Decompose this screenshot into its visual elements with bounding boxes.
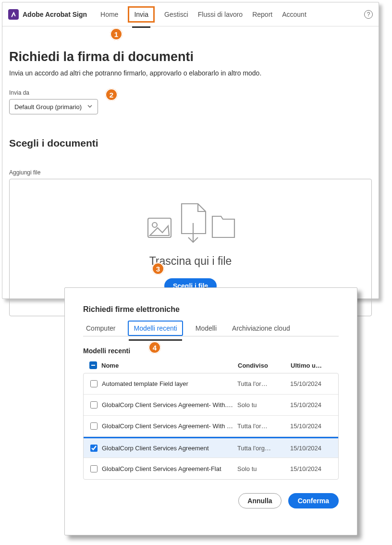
row-shared: Tutta l'org… <box>237 445 290 452</box>
table-row[interactable]: GlobalCorp Client Services Agreement-Fla… <box>84 458 338 479</box>
callout-3: 3 <box>152 262 164 275</box>
send-from-select[interactable]: Default Group (primario) <box>9 99 98 114</box>
row-checkbox[interactable] <box>90 380 98 387</box>
nav-invia[interactable]: Invia <box>128 6 155 23</box>
table-row[interactable]: GlobalCorp Client Services Agreement- Wi… <box>84 416 338 437</box>
template-list: Automated template Field layerTutta l'or… <box>83 373 339 480</box>
top-nav: Adobe Acrobat Sign Home Invia Gestisci F… <box>2 2 379 26</box>
row-name: GlobalCorp Client Services Agreement <box>102 445 237 452</box>
cancel-button[interactable]: Annulla <box>238 493 281 508</box>
nav-account[interactable]: Account <box>282 11 306 18</box>
brand-name: Adobe Acrobat Sign <box>23 11 87 18</box>
chevron-down-icon <box>87 103 93 111</box>
tab-cloud-storage[interactable]: Archiviazione cloud <box>229 321 293 336</box>
section-title: Scegli i documenti <box>9 137 372 149</box>
row-shared: Tutta l'or… <box>237 380 290 387</box>
table-row[interactable]: GlobalCorp Client Services AgreementTutt… <box>84 437 338 458</box>
col-date-header[interactable]: Ultimo u… <box>291 362 337 369</box>
app-logo-icon <box>8 9 19 20</box>
file-picker-modal: Richiedi firme elettroniche Computer Mod… <box>64 287 357 535</box>
nav-flussi[interactable]: Flussi di lavoro <box>198 11 243 18</box>
svg-point-1 <box>152 223 157 227</box>
tab-recent-templates[interactable]: Modelli recenti <box>128 321 183 336</box>
row-name: GlobalCorp Client Services Agreement- Wi… <box>102 422 237 430</box>
confirm-button[interactable]: Conferma <box>288 493 339 508</box>
help-icon[interactable]: ? <box>364 10 373 19</box>
table-header: Nome Condiviso Ultimo u… <box>83 359 339 371</box>
row-name: GlobalCorp Client Services Agreement-Fla… <box>102 465 237 472</box>
modal-section-title: Modelli recenti <box>83 347 339 355</box>
tab-computer[interactable]: Computer <box>83 321 118 336</box>
row-shared: Tutta l'or… <box>237 422 290 430</box>
row-date: 15/10/2024 <box>290 422 336 430</box>
send-from-label: Invia da <box>9 89 372 96</box>
tab-templates[interactable]: Modelli <box>193 321 220 336</box>
row-date: 15/10/2024 <box>290 380 336 387</box>
row-name: Automated template Field layer <box>102 380 237 387</box>
row-date: 15/10/2024 <box>290 401 336 409</box>
nav-home[interactable]: Home <box>100 11 118 18</box>
callout-4: 4 <box>148 341 161 354</box>
row-date: 15/10/2024 <box>290 445 336 452</box>
modal-tabs: Computer Modelli recenti Modelli Archivi… <box>83 321 339 336</box>
row-shared: Solo tu <box>237 465 290 472</box>
row-date: 15/10/2024 <box>290 465 336 472</box>
table-row[interactable]: GlobalCorp Client Services Agreement- Wi… <box>84 395 338 416</box>
row-checkbox[interactable] <box>90 445 98 452</box>
modal-title: Richiedi firme elettroniche <box>83 305 339 314</box>
page-title: Richiedi la firma di documenti <box>9 50 372 64</box>
page-subtitle: Invia un accordo ad altri che potranno f… <box>9 69 372 77</box>
callout-2: 2 <box>105 88 118 101</box>
col-shared-header[interactable]: Condiviso <box>238 362 291 369</box>
table-row[interactable]: Automated template Field layerTutta l'or… <box>84 373 338 395</box>
dropzone-illustration-icon <box>145 202 236 246</box>
select-all-checkbox[interactable] <box>89 361 97 369</box>
send-from-value: Default Group (primario) <box>14 103 82 111</box>
col-name-header[interactable]: Nome <box>101 362 238 369</box>
row-checkbox[interactable] <box>90 465 98 472</box>
row-checkbox[interactable] <box>90 401 98 409</box>
row-name: GlobalCorp Client Services Agreement- Wi… <box>102 401 237 409</box>
callout-1: 1 <box>110 28 122 40</box>
nav-report[interactable]: Report <box>252 11 272 18</box>
add-files-label: Aggiungi file <box>9 169 372 176</box>
row-checkbox[interactable] <box>90 422 98 430</box>
nav-gestisci[interactable]: Gestisci <box>164 11 188 18</box>
row-shared: Solo tu <box>237 401 290 409</box>
